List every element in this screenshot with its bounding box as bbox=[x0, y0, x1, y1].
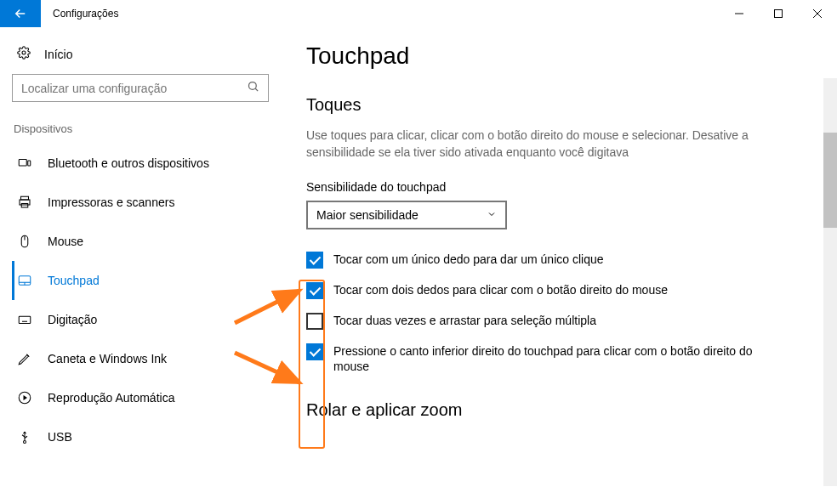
checkbox-two-finger-tap[interactable]: Tocar com dois dedos para clicar com o b… bbox=[306, 282, 783, 299]
checkbox-icon bbox=[306, 343, 323, 360]
chevron-down-icon bbox=[487, 208, 497, 222]
close-button[interactable] bbox=[798, 0, 837, 27]
checkbox-double-tap-drag[interactable]: Tocar duas vezes e arrastar para seleção… bbox=[306, 313, 783, 330]
devices-icon bbox=[17, 156, 32, 171]
sidebar-item-pen[interactable]: Caneta e Windows Ink bbox=[12, 339, 269, 378]
window-controls bbox=[720, 0, 837, 27]
home-nav[interactable]: Início bbox=[12, 39, 269, 74]
sidebar-item-typing[interactable]: Digitação bbox=[12, 300, 269, 339]
gear-icon bbox=[17, 46, 31, 62]
section-description: Use toques para clicar, clicar com o bot… bbox=[306, 127, 749, 161]
mouse-icon bbox=[17, 234, 32, 249]
usb-icon bbox=[17, 429, 32, 445]
svg-point-5 bbox=[249, 82, 257, 90]
svg-rect-9 bbox=[21, 196, 29, 200]
page-title: Touchpad bbox=[306, 42, 815, 70]
svg-rect-17 bbox=[19, 316, 31, 323]
minimize-button[interactable] bbox=[720, 0, 759, 27]
checkbox-icon bbox=[306, 282, 323, 299]
checkbox-corner-right-click[interactable]: Pressione o canto inferior direito do to… bbox=[306, 343, 783, 376]
svg-rect-7 bbox=[19, 160, 26, 167]
checkbox-label: Pressione o canto inferior direito do to… bbox=[333, 343, 783, 376]
dropdown-value: Maior sensibilidade bbox=[316, 208, 418, 222]
svg-marker-23 bbox=[24, 395, 28, 400]
scrollbar-thumb[interactable] bbox=[823, 133, 837, 228]
sidebar-item-autoplay[interactable]: Reprodução Automática bbox=[12, 378, 269, 417]
touchpad-icon bbox=[17, 273, 32, 288]
sensitivity-dropdown[interactable]: Maior sensibilidade bbox=[306, 201, 507, 229]
sidebar-item-label: Reprodução Automática bbox=[48, 391, 174, 405]
home-label: Início bbox=[44, 48, 72, 61]
section-label: Dispositivos bbox=[12, 122, 269, 144]
checkbox-group: Tocar com um único dedo para dar um únic… bbox=[306, 252, 783, 376]
checkbox-icon bbox=[306, 252, 323, 269]
svg-rect-8 bbox=[28, 161, 31, 166]
autoplay-icon bbox=[17, 390, 32, 405]
svg-line-6 bbox=[255, 88, 258, 91]
checkbox-label: Tocar com dois dedos para clicar com o b… bbox=[333, 282, 668, 298]
title-bar: Configurações bbox=[0, 0, 837, 27]
checkbox-single-tap[interactable]: Tocar com um único dedo para dar um únic… bbox=[306, 252, 783, 269]
svg-rect-11 bbox=[21, 204, 28, 208]
search-input-wrapper[interactable] bbox=[12, 74, 269, 102]
sidebar-item-label: Bluetooth e outros dispositivos bbox=[48, 156, 209, 170]
sidebar-item-usb[interactable]: USB bbox=[12, 417, 269, 456]
checkbox-label: Tocar com um único dedo para dar um únic… bbox=[333, 252, 604, 268]
printer-icon bbox=[17, 195, 32, 210]
keyboard-icon bbox=[17, 312, 32, 327]
maximize-button[interactable] bbox=[759, 0, 798, 27]
section-heading-scroll: Rolar e aplicar zoom bbox=[306, 400, 815, 420]
sensitivity-label: Sensibilidade do touchpad bbox=[306, 180, 815, 194]
search-input[interactable] bbox=[21, 82, 247, 95]
sidebar-item-printers[interactable]: Impressoras e scanners bbox=[12, 183, 269, 222]
svg-rect-1 bbox=[775, 10, 783, 18]
sidebar-item-label: Impressoras e scanners bbox=[48, 195, 174, 209]
pen-icon bbox=[17, 351, 32, 366]
sidebar-item-label: Caneta e Windows Ink bbox=[48, 352, 167, 365]
sidebar-item-touchpad[interactable]: Touchpad bbox=[12, 261, 269, 300]
sidebar-item-mouse[interactable]: Mouse bbox=[12, 222, 269, 261]
sidebar-item-label: Digitação bbox=[48, 313, 97, 326]
svg-point-24 bbox=[24, 441, 26, 444]
content-pane: Touchpad Toques Use toques para clicar, … bbox=[281, 27, 837, 504]
section-heading-taps: Toques bbox=[306, 95, 815, 115]
sidebar-item-bluetooth[interactable]: Bluetooth e outros dispositivos bbox=[12, 144, 269, 183]
checkbox-icon bbox=[306, 313, 323, 330]
sidebar-item-label: Touchpad bbox=[48, 274, 100, 287]
back-button[interactable] bbox=[0, 0, 41, 27]
sidebar-item-label: USB bbox=[48, 430, 72, 444]
search-icon bbox=[247, 80, 259, 96]
svg-point-4 bbox=[22, 51, 26, 54]
sidebar: Início Dispositivos Bluetooth e outros d… bbox=[0, 27, 281, 504]
sidebar-item-label: Mouse bbox=[48, 235, 83, 248]
checkbox-label: Tocar duas vezes e arrastar para seleção… bbox=[333, 313, 596, 329]
window-title: Configurações bbox=[41, 0, 720, 27]
